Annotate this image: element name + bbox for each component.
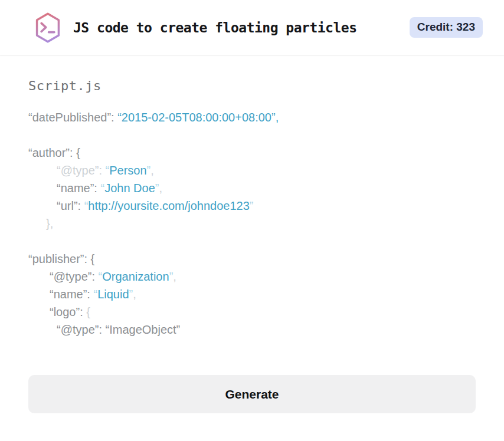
code-blank-line bbox=[28, 232, 476, 250]
code-line: “@type”: “Person”, bbox=[28, 162, 476, 179]
code-line: “name”: “John Doe”, bbox=[28, 179, 476, 197]
code-token: http://yoursite.com/johndoe123 bbox=[88, 199, 250, 212]
code-token: , bbox=[133, 288, 136, 301]
code-panel: Script.js “datePublished”: “2015-02-05T0… bbox=[0, 78, 504, 413]
code-token: “@type”: bbox=[50, 270, 99, 283]
code-token: Person bbox=[109, 164, 146, 177]
page-title: JS code to create floating particles bbox=[73, 20, 357, 35]
credit-badge: Credit: 323 bbox=[410, 17, 483, 38]
code-blank-line bbox=[28, 126, 476, 144]
terminal-prompt-hexagon-icon bbox=[32, 11, 63, 45]
code-token: “@type”: bbox=[57, 164, 106, 177]
code-line: “url”: “http://yoursite.com/johndoe123” bbox=[28, 197, 476, 215]
code-token: “author”: { bbox=[28, 146, 80, 159]
code-token: John Doe bbox=[104, 182, 155, 195]
code-token: , bbox=[173, 270, 176, 283]
code-line: }, bbox=[28, 215, 476, 232]
code-token: “@type”: “ImageObject” bbox=[57, 323, 180, 336]
code-token: “datePublished”: bbox=[28, 111, 117, 124]
code-token: “name”: bbox=[50, 288, 93, 301]
code-line: “@type”: “ImageObject” bbox=[28, 321, 476, 338]
script-filename: Script.js bbox=[28, 78, 476, 93]
code-token: “publisher”: { bbox=[28, 252, 94, 265]
code-line: “author”: { bbox=[28, 144, 476, 162]
code-token: “url”: bbox=[57, 199, 84, 212]
code-token: “logo”: bbox=[50, 305, 86, 318]
code-token: { bbox=[86, 305, 90, 318]
code-token: ” bbox=[250, 199, 254, 212]
code-token: }, bbox=[46, 217, 53, 230]
code-line: “name”: “Liquid”, bbox=[28, 285, 476, 303]
code-lines: “datePublished”: “2015-02-05T08:00:00+08… bbox=[28, 108, 476, 338]
code-token: “2015-02-05T08:00:00+08:00”, bbox=[117, 111, 279, 124]
code-token: , bbox=[150, 164, 154, 177]
code-token: Organization bbox=[102, 270, 169, 283]
code-line: “@type”: “Organization”, bbox=[28, 268, 476, 285]
code-line: “publisher”: { bbox=[28, 250, 476, 268]
code-token: , bbox=[159, 182, 162, 195]
code-token: Liquid bbox=[97, 288, 129, 301]
code-line: “datePublished”: “2015-02-05T08:00:00+08… bbox=[28, 108, 476, 126]
code-line: “logo”: { bbox=[28, 303, 476, 321]
code-token: “name”: bbox=[57, 182, 100, 195]
generate-button[interactable]: Generate bbox=[28, 375, 476, 413]
app-header: JS code to create floating particles Cre… bbox=[0, 0, 504, 55]
